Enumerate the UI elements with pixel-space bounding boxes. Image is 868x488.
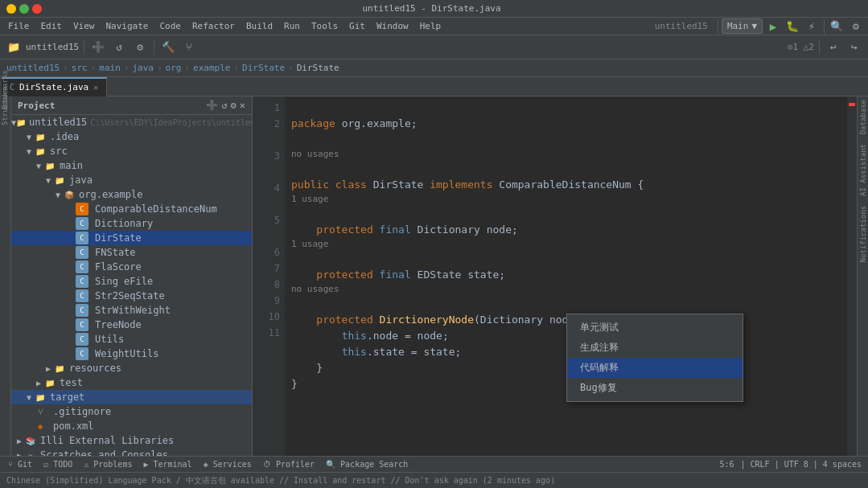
line-10: } [291,378,298,390]
tab-dirstate[interactable]: C DirState.java ✕ [2,77,107,96]
sidebar-settings-icon[interactable]: ⚙ [231,100,237,111]
redo-button[interactable]: ↪ [845,39,863,56]
settings-button[interactable]: ⚙ [847,18,865,35]
line-4: protected final Dictionary node; [291,223,518,236]
tree-item-src[interactable]: ▼ 📁 src [11,144,252,158]
menu-view[interactable]: View [68,19,100,33]
coverage-button[interactable]: ⚡ [803,18,821,35]
menu-build[interactable]: Build [241,19,278,33]
run-config-dropdown[interactable]: Main ▼ [722,18,763,34]
tree-item-idea[interactable]: ▼ 📁 .idea [11,129,252,144]
popup-item-generate-comment[interactable]: 生成注释 [567,338,743,358]
line-numbers: 1 2 3 4 5 6 7 8 9 10 11 [253,96,285,456]
tab-todo[interactable]: ☑ TODO [39,458,77,470]
menu-help[interactable]: Help [415,19,446,33]
sidebar-add-icon[interactable]: ➕ [206,100,218,111]
bc-untitled15[interactable]: untitled15 [6,63,60,73]
menu-refactor[interactable]: Refactor [187,19,240,33]
settings2-button[interactable]: ⚙ [131,39,149,56]
run-config-label: Main [727,21,749,31]
tree-item-Str2SeqState[interactable]: C Str2SeqState [11,289,252,303]
class-icon: C [76,275,88,288]
class-icon: C [76,347,88,360]
tree-item-SingBFile[interactable]: C Sing eFile [11,274,252,289]
menu-git[interactable]: Git [344,19,370,33]
bc-sep7: › [288,63,294,73]
bc-main[interactable]: main [99,63,121,73]
tree-item-WeightUtils[interactable]: C WeightUtils [11,347,252,361]
tree-item-TreeNode[interactable]: C TreeNode [11,318,252,332]
menu-edit[interactable]: Edit [36,19,68,33]
maximize-button[interactable] [19,4,29,14]
build-button[interactable]: 🔨 [159,39,177,56]
tree-path: C:\Users\EDY\IdeaProjects\untitled15 [90,118,253,127]
tree-item-Dictionary[interactable]: C Dictionary [11,216,252,231]
arrow-icon: ▼ [24,147,34,156]
minimize-button[interactable] [6,4,16,14]
tree-item-DirState[interactable]: C DirState [11,231,252,245]
tab-problems[interactable]: ⚠ Problems [79,458,137,470]
bc-src[interactable]: src [72,63,88,73]
folder-icon: 📁 [34,130,47,143]
close-button[interactable] [32,4,42,14]
tree-item-FlaScore[interactable]: C FlaScore [11,260,252,274]
notifications-panel-tab[interactable]: Notifications [859,206,867,262]
search-button[interactable]: 🔍 [828,18,845,35]
popup-item-code-explain[interactable]: 代码解释 [567,358,743,378]
tab-close-button[interactable]: ✕ [93,83,98,92]
tree-item-gitignore[interactable]: ⑂ .gitignore [11,404,252,419]
tree-item-target[interactable]: ▼ 📁 target [11,390,252,404]
tree-label-Utils: Utils [95,334,124,345]
tree-item-orgexample[interactable]: ▼ 📦 org.example [11,187,252,202]
menu-tools[interactable]: Tools [306,19,343,33]
dropdown-arrow-icon: ▼ [751,21,757,31]
add-button[interactable]: ➕ [89,39,107,56]
code-editor[interactable]: 1 2 3 4 5 6 7 8 9 10 11 package org.exam… [253,96,857,456]
bc-java[interactable]: java [132,63,154,73]
bc-org[interactable]: org [166,63,182,73]
tree-item-untitled15[interactable]: ▼ 📁 untitled15 C:\Users\EDY\IdeaProjects… [11,115,252,129]
window-controls[interactable] [6,4,42,14]
tree-item-resources[interactable]: ▶ 📁 resources [11,361,252,375]
bc-example[interactable]: example [193,63,230,73]
menu-window[interactable]: Window [372,19,413,33]
bc-dirstate1[interactable]: DirState [242,63,285,73]
tree-item-main[interactable]: ▼ 📁 main [11,158,252,173]
menu-file[interactable]: File [3,19,35,33]
line-3: public class DirState implements Compara… [291,178,644,191]
menu-code[interactable]: Code [154,19,186,33]
toolbar-project-name: untitled15 [655,21,708,31]
tab-git[interactable]: ⑂ Git [3,458,37,470]
status-charset: UTF 8 [781,458,812,470]
run-button[interactable]: ▶ [764,18,782,35]
debug-button[interactable]: 🐛 [784,18,801,35]
database-panel-tab[interactable]: Database [859,100,867,134]
menu-run[interactable]: Run [279,19,305,33]
tree-label-gitignore: .gitignore [53,406,111,417]
tree-label-Str2SeqState: Str2SeqState [95,290,165,301]
tree-item-test[interactable]: ▶ 📁 test [11,375,252,390]
sidebar-sync-icon[interactable]: ↺ [221,100,227,111]
tab-profiler[interactable]: ⏱ Profiler [258,458,319,470]
tab-terminal[interactable]: ▶ Terminal [138,458,196,470]
tree-item-ext-lib[interactable]: ▶ 📚 Illi External Libraries [11,433,252,448]
tree-item-Utils[interactable]: C Utils [11,332,252,347]
menu-navigate[interactable]: Navigate [101,19,154,33]
tree-item-scratches[interactable]: ▶ ✂ Scratches and Consoles [11,448,252,456]
ai-assistant-panel-tab[interactable]: AI Assistant [859,144,867,196]
tree-item-java[interactable]: ▼ 📁 java [11,173,252,187]
tree-item-pomxml[interactable]: ◈ pom.xml [11,419,252,433]
popup-item-unit-test[interactable]: 单元测试 [567,318,743,338]
sidebar-title: Project [18,100,55,111]
tree-item-StrWithWeight[interactable]: C StrWithWeight [11,303,252,318]
structure-tab[interactable]: Structure [1,116,10,125]
tab-services[interactable]: ◈ Services [199,458,257,470]
tree-item-FNState[interactable]: C FNState [11,245,252,260]
undo-button[interactable]: ↩ [825,39,842,56]
popup-item-bug-fix[interactable]: Bug修复 [567,378,743,398]
tab-package-search[interactable]: 🔍 Package Search [321,458,413,470]
arrow-icon: ▶ [43,364,53,373]
sync-button[interactable]: ↺ [110,39,128,56]
sidebar-close-icon[interactable]: ✕ [240,100,245,111]
tree-item-ComparableDistanceNum[interactable]: C ComparableDistanceNum [11,202,252,216]
